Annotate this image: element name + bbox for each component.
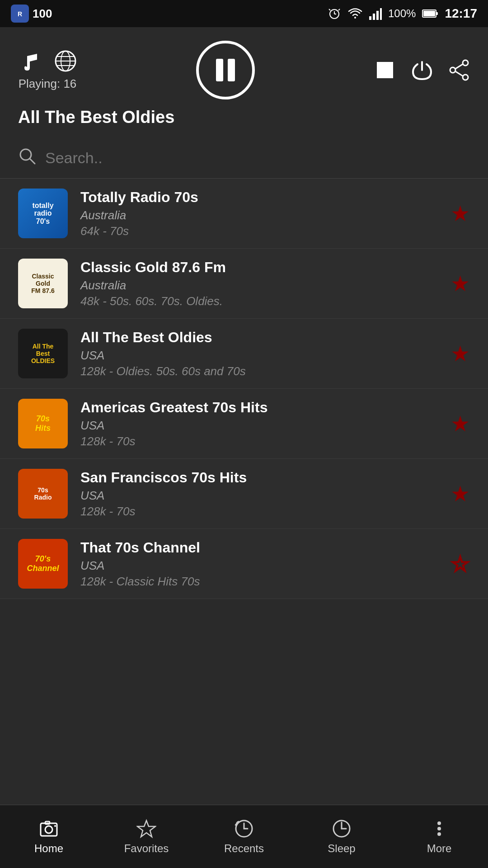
station-logo-1: totallyradio70's [18,189,68,238]
svg-line-24 [455,71,463,76]
share-button[interactable] [448,59,470,81]
status-right: 100% 12:17 [328,6,477,21]
power-button[interactable] [411,59,433,81]
svg-rect-19 [377,62,393,78]
nav-label-home: Home [34,842,63,855]
time: 12:17 [445,6,477,21]
sleep-clock-icon [332,819,352,839]
status-bar: R 100 100% [0,0,488,27]
svg-rect-13 [423,11,435,16]
svg-line-5 [329,9,330,10]
playing-count: Playing: 16 [19,77,77,91]
station-name-5: San Franciscos 70s Hits [80,469,441,486]
station-item-5[interactable]: 70sRadio San Franciscos 70s Hits USA 128… [0,459,488,529]
battery-icon [422,9,438,19]
signal-count: 100 [33,7,52,21]
station-favorite-2[interactable]: ★ [450,271,470,296]
station-meta-2: 48k - 50s. 60s. 70s. Oldies. [80,294,441,308]
favorites-star-icon [136,819,156,839]
svg-rect-7 [369,16,371,20]
station-country-5: USA [80,489,441,503]
nav-item-favorites[interactable]: Favorites [98,819,195,855]
nav-item-more[interactable]: More [390,819,488,855]
more-dots-icon [429,819,449,839]
station-meta-3: 128k - Oldies. 50s. 60s and 70s [80,364,441,378]
station-name-6: That 70s Channel [80,539,441,556]
svg-line-26 [30,159,35,164]
svg-point-30 [54,825,56,827]
station-country-3: USA [80,349,441,363]
stop-button[interactable] [374,59,396,81]
station-name-3: All The Best Oldies [80,329,441,346]
search-bar [0,138,488,179]
recents-history-icon [234,819,254,839]
nav-item-home[interactable]: Home [0,819,98,855]
pause-button[interactable] [196,41,255,99]
station-country-1: Australia [80,208,441,222]
svg-point-20 [463,60,468,66]
nav-label-sleep: Sleep [328,842,355,855]
search-icon [18,147,36,169]
station-info-1: Totally Radio 70s Australia 64k - 70s [80,189,441,238]
svg-point-36 [437,821,441,825]
station-logo-5: 70sRadio [18,469,68,519]
station-info-6: That 70s Channel USA 128k - Classic Hits… [80,539,441,589]
station-favorite-6[interactable]: ☆ [450,551,470,576]
music-note-icon [18,50,41,72]
nav-item-sleep[interactable]: Sleep [293,819,390,855]
station-info-4: Americas Greatest 70s Hits USA 128k - 70… [80,399,441,448]
nav-label-favorites: Favorites [124,842,169,855]
svg-point-37 [437,827,441,830]
station-favorite-3[interactable]: ★ [450,341,470,366]
pause-icon [216,59,235,81]
station-country-4: USA [80,419,441,433]
station-logo-4: 70sHits [18,399,68,448]
station-favorite-4[interactable]: ★ [450,411,470,436]
station-item-1[interactable]: totallyradio70's Totally Radio 70s Austr… [0,179,488,249]
nav-item-recents[interactable]: Recents [195,819,293,855]
svg-point-38 [437,832,441,836]
station-logo-6: 70'sChannel [18,539,68,589]
station-info-5: San Franciscos 70s Hits USA 128k - 70s [80,469,441,519]
station-name-2: Classic Gold 87.6 Fm [80,259,441,276]
station-meta-4: 128k - 70s [80,434,441,448]
search-input[interactable] [45,149,470,167]
station-item-6[interactable]: 70'sChannel That 70s Channel USA 128k - … [0,529,488,599]
station-list: totallyradio70's Totally Radio 70s Austr… [0,179,488,599]
station-country-6: USA [80,559,441,573]
station-item-2[interactable]: ClassicGoldFM 87.6 Classic Gold 87.6 Fm … [0,249,488,319]
svg-line-6 [338,9,340,10]
nav-label-recents: Recents [224,842,264,855]
station-logo-2: ClassicGoldFM 87.6 [18,259,68,308]
svg-text:R: R [18,10,22,18]
svg-point-21 [463,75,468,80]
signal-icon [369,7,382,20]
station-favorite-1[interactable]: ★ [450,201,470,226]
station-name-1: Totally Radio 70s [80,189,441,206]
station-meta-6: 128k - Classic Hits 70s [80,575,441,589]
wifi-icon [347,7,363,20]
svg-marker-31 [137,821,155,837]
player-controls: Playing: 16 [18,41,470,99]
bottom-nav: Home Favorites Recents Sleep More [0,805,488,868]
player-header: Playing: 16 [0,27,488,138]
alarm-icon [328,7,341,20]
station-info-2: Classic Gold 87.6 Fm Australia 48k - 50s… [80,259,441,308]
station-favorite-5[interactable]: ★ [450,481,470,506]
svg-line-23 [455,64,463,69]
svg-rect-8 [373,14,375,20]
globe-icon[interactable] [54,50,77,72]
station-logo-3: All TheBestOLDIES [18,329,68,378]
station-item-4[interactable]: 70sHits Americas Greatest 70s Hits USA 1… [0,389,488,459]
nav-label-more: More [427,842,452,855]
station-country-2: Australia [80,278,441,292]
svg-rect-10 [380,8,382,20]
station-info-3: All The Best Oldies USA 128k - Oldies. 5… [80,329,441,378]
now-playing-title: All The Best Oldies [18,108,470,127]
header-right [374,59,470,81]
svg-rect-27 [41,823,57,836]
station-item-3[interactable]: All TheBestOLDIES All The Best Oldies US… [0,319,488,389]
app-icon: R [11,5,29,23]
status-left: R 100 [11,5,52,23]
content-area: Playing: 16 [0,27,488,805]
